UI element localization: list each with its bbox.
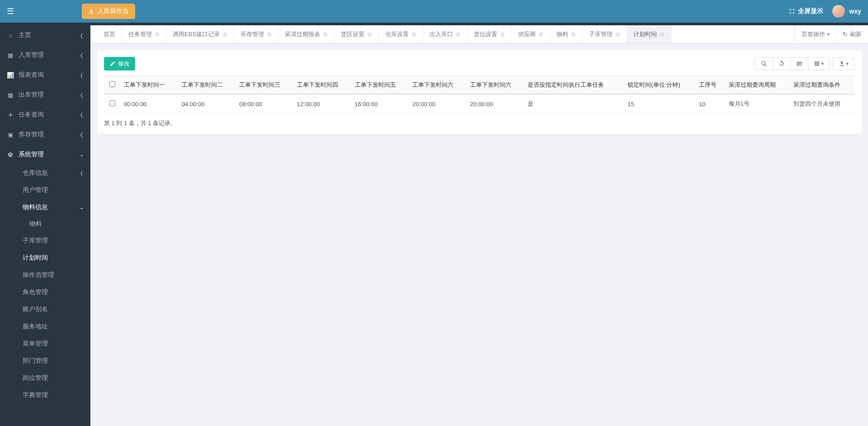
reload-tool-button[interactable] (773, 57, 791, 70)
sidebar-sub-user-mgmt[interactable]: 用户管理 (0, 182, 90, 199)
close-icon[interactable]: ⊗ (367, 31, 372, 37)
close-icon[interactable]: ⊗ (660, 31, 665, 37)
sidebar-item-outbound[interactable]: ▦出库管理 ❬ (0, 85, 90, 105)
column-header[interactable]: 工单下发时间一 (120, 76, 178, 94)
fullscreen-button[interactable]: 全屏显示 (789, 7, 823, 15)
cell: 04:00:00 (178, 94, 236, 114)
tab-6[interactable]: 仓库设置⊗ (379, 25, 423, 43)
tab-label: 计划时间 (633, 30, 657, 38)
close-icon[interactable]: ⊗ (323, 31, 328, 37)
sidebar-sub-menu-mgmt[interactable]: 菜单管理 (0, 335, 90, 352)
sidebar-sub-dept-mgmt[interactable]: 部门管理 (0, 352, 90, 370)
chevron-down-icon: ⌄ (80, 152, 84, 158)
close-icon[interactable]: ⊗ (456, 31, 461, 37)
sidebar-sub-role[interactable]: 角色管理 (0, 284, 90, 301)
tab-label: 供应商 (518, 30, 536, 38)
search-tool-button[interactable] (755, 57, 773, 70)
tab-8[interactable]: 货位设置⊗ (467, 25, 512, 43)
cell: 每月1号 (725, 94, 790, 114)
tab-4[interactable]: 呆滞过期报表⊗ (278, 25, 335, 43)
column-header[interactable]: 工单下发时间三 (236, 76, 293, 94)
tab-11[interactable]: 子库管理⊗ (583, 25, 627, 43)
tab-1[interactable]: 任务管理⊗ (122, 25, 166, 43)
cell: 20:00:00 (409, 94, 467, 114)
sidebar-item-inbound[interactable]: ▦入库管理 ❬ (0, 45, 90, 65)
sidebar-item-system[interactable]: ⚙系统管理 ⌄ (0, 145, 90, 164)
cell: 10 (695, 94, 725, 114)
sidebar-sub-subwarehouse[interactable]: 子库管理 (0, 232, 90, 249)
box-icon: ▣ (7, 131, 14, 138)
avatar (832, 5, 845, 18)
sidebar-sub-service-addr[interactable]: 服务地址 (0, 318, 90, 335)
column-header[interactable]: 呆滞过期查询周期 (725, 76, 790, 94)
tab-label: 呆滞过期报表 (285, 30, 320, 38)
sidebar-sub-warehouse-info[interactable]: 仓库信息❬ (0, 164, 90, 182)
column-header[interactable]: 工单下发时间五 (351, 76, 409, 94)
tab-2[interactable]: 调用EBS接口记录⊗ (166, 25, 234, 43)
tab-label: 仓库设置 (385, 30, 409, 38)
sidebar-item-home[interactable]: ⌂主页 ❬ (0, 25, 90, 45)
detail-tool-button[interactable] (790, 57, 808, 70)
sidebar-item-report[interactable]: 📊报表查询 ❬ (0, 65, 90, 85)
chart-icon: 📊 (7, 72, 14, 79)
sidebar-sub-operator[interactable]: 操作员管理 (0, 267, 90, 284)
tab-label: 货位设置 (474, 30, 497, 38)
tab-5[interactable]: 货区设置⊗ (335, 25, 379, 43)
menu-toggle-icon[interactable]: ☰ (7, 6, 14, 16)
close-icon[interactable]: ⊗ (411, 31, 416, 37)
column-header[interactable]: 工单下发时间四 (293, 76, 351, 94)
close-icon[interactable]: ⊗ (538, 31, 543, 37)
columns-tool-button[interactable]: ▾ (808, 57, 830, 70)
tab-label: 库存管理 (241, 30, 264, 38)
tab-10[interactable]: 物料⊗ (550, 25, 583, 43)
sidebar-item-stock[interactable]: ▣库存管理 ❬ (0, 125, 90, 145)
close-icon[interactable]: ⊗ (222, 31, 227, 37)
tab-3[interactable]: 库存管理⊗ (234, 25, 278, 43)
sidebar-label-task: 任务查询 (19, 111, 44, 119)
close-icon[interactable]: ⊗ (571, 31, 576, 37)
chevron-left-icon: ❬ (80, 132, 84, 138)
column-header[interactable]: 锁定时间(单位:分钟) (624, 76, 695, 94)
user-menu[interactable]: wxy (832, 5, 861, 18)
export-tool-button[interactable]: ▾ (833, 57, 854, 70)
column-header[interactable]: 工序号 (695, 76, 725, 94)
cell: 15 (624, 94, 695, 114)
grid-icon: ▦ (7, 52, 14, 59)
sidebar: ⌂主页 ❬ ▦入库管理 ❬ 📊报表查询 ❬ ▦出库管理 ❬ ✈任务查询 ❬ ▣库… (0, 25, 90, 426)
sidebar-subsub-material[interactable]: 物料 (0, 216, 90, 232)
sidebar-label-system: 系统管理 (19, 150, 44, 159)
tab-9[interactable]: 供应商⊗ (512, 25, 550, 43)
column-header[interactable]: 呆滞过期查询条件 (790, 76, 854, 94)
chevron-left-icon: ❬ (80, 52, 84, 58)
column-header[interactable]: 工单下发时间六 (409, 76, 467, 94)
tab-label: 调用EBS接口记录 (173, 30, 220, 38)
close-icon[interactable]: ⊗ (155, 31, 160, 37)
sidebar-sub-dict-mgmt[interactable]: 字典管理 (0, 387, 90, 404)
inbound-console-button[interactable]: 入库操作台 (82, 4, 135, 19)
tab-12[interactable]: 计划时间⊗ (627, 25, 671, 43)
tab-ops-button[interactable]: 页签操作▾ (795, 25, 836, 43)
edit-button[interactable]: 修改 (104, 57, 135, 70)
tab-0[interactable]: 首页 (97, 25, 122, 43)
refresh-button[interactable]: ↻刷新 (836, 25, 868, 43)
sidebar-sub-schedule[interactable]: 计划时间 (0, 249, 90, 267)
sidebar-item-task[interactable]: ✈任务查询 ❬ (0, 105, 90, 125)
chevron-left-icon: ❬ (80, 92, 84, 98)
export-icon (839, 61, 845, 67)
sidebar-sub-position-mgmt[interactable]: 岗位管理 (0, 370, 90, 387)
close-icon[interactable]: ⊗ (615, 31, 620, 37)
cell: 16:00:00 (351, 94, 409, 114)
tab-7[interactable]: 出入库口⊗ (423, 25, 467, 43)
select-all-checkbox[interactable] (109, 81, 115, 87)
fullscreen-icon (789, 8, 795, 14)
sidebar-sub-account-alias[interactable]: 账户别名 (0, 301, 90, 318)
sidebar-sub-material-info[interactable]: 物料信息⌄ (0, 199, 90, 216)
close-icon[interactable]: ⊗ (500, 31, 505, 37)
row-checkbox[interactable] (109, 100, 115, 106)
table-row[interactable]: 00:00:0004:00:0008:00:0012:00:0016:00:00… (104, 94, 854, 114)
column-header[interactable]: 工单下发时间六 (467, 76, 524, 94)
grid-icon: ▦ (7, 92, 14, 98)
column-header[interactable]: 工单下发时间二 (178, 76, 236, 94)
column-header[interactable]: 是否按指定时间执行工单任务 (524, 76, 624, 94)
close-icon[interactable]: ⊗ (267, 31, 272, 37)
